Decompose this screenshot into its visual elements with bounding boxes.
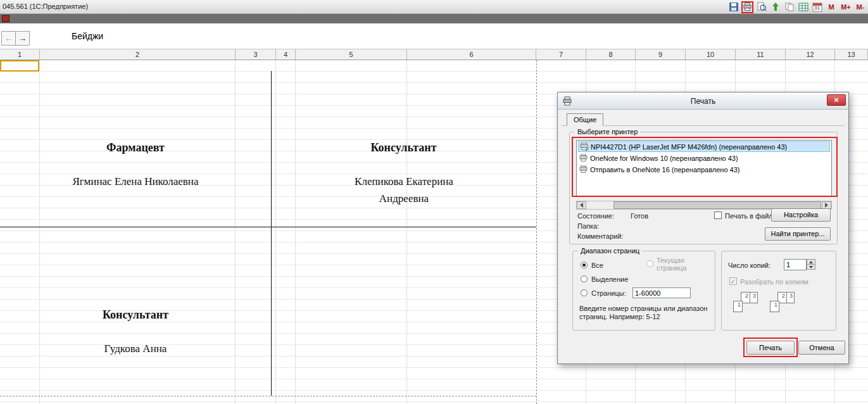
badge-divider-horizontal	[0, 227, 536, 227]
dialog-title: Печать	[558, 97, 848, 106]
print-button[interactable]: Печать	[746, 341, 795, 355]
sheet-tab-label: Бейджи	[72, 31, 103, 41]
column-header[interactable]: 7	[536, 49, 586, 60]
printer-name: NPI4427D1 (HP LaserJet MFP M426fdn) (пер…	[591, 143, 787, 151]
printer-group: Выберите принтер ✓ NPI4427D1 (HP LaserJe…	[569, 132, 838, 244]
memory-plus-button[interactable]: М+	[840, 3, 852, 11]
window-title: 045.561 (1С:Предприятие)	[3, 3, 88, 10]
save-icon[interactable]	[727, 1, 739, 13]
print-to-file-checkbox[interactable]	[714, 211, 722, 219]
selected-cell[interactable]	[0, 60, 39, 72]
range-pages-label: Страницы:	[591, 289, 626, 297]
badge-name: Ягминас Елена Николаевна	[0, 173, 271, 190]
printer-list-item[interactable]: Отправить в OneNote 16 (перенаправлено 4…	[578, 164, 830, 175]
cancel-button[interactable]: Отмена	[798, 341, 845, 355]
folder-label: Папка:	[577, 222, 599, 230]
collate-checkbox[interactable]: ✓	[729, 277, 737, 285]
column-header[interactable]: 4	[276, 49, 296, 60]
pages-range-input[interactable]	[632, 287, 691, 298]
window-title-bar: 045.561 (1С:Предприятие) 31	[0, 0, 868, 14]
printer-icon: ✓	[580, 142, 588, 151]
document-icon	[2, 15, 9, 22]
print-icon[interactable]	[741, 1, 753, 13]
collate-page: 1	[733, 301, 743, 312]
printer-list[interactable]: ✓ NPI4427D1 (HP LaserJet MFP M426fdn) (п…	[576, 140, 832, 197]
main-toolbar: 31 М М+ М-	[727, 1, 867, 13]
tab-divider	[562, 125, 845, 126]
column-header-row: 1 2 3 4 5 6 7 8 9 10 11 12 13	[0, 49, 868, 60]
range-help-text: Введите номер страницы или диапазон стра…	[579, 305, 711, 321]
status-label: Состояние:	[577, 212, 614, 220]
stepper-down-icon[interactable]	[807, 264, 815, 270]
status-value: Готов	[631, 212, 648, 220]
range-current-line2: страница	[657, 264, 686, 272]
column-header[interactable]: 10	[686, 49, 736, 60]
column-header[interactable]: 3	[236, 49, 276, 60]
export-icon[interactable]	[769, 1, 781, 13]
page-break-horizontal	[0, 396, 536, 396]
dialog-title-bar[interactable]: Печать ×	[558, 92, 848, 110]
copies-stepper[interactable]	[807, 259, 815, 270]
forward-arrow-button[interactable]: →	[15, 31, 30, 46]
print-to-file-label: Печать в файл	[725, 212, 773, 220]
range-all-label: Все	[591, 262, 603, 269]
column-header[interactable]: 9	[636, 49, 686, 60]
calendar-day-label: 31	[811, 5, 823, 11]
page-range-group-label: Диапазон страниц	[578, 247, 642, 255]
find-printer-button[interactable]: Найти принтер...	[765, 227, 831, 241]
page-break-vertical	[536, 60, 537, 404]
collate-page: 1	[770, 301, 779, 312]
memory-minus-button[interactable]: М-	[854, 3, 867, 11]
calendar-icon[interactable]: 31	[811, 1, 823, 13]
printer-list-item[interactable]: ✓ NPI4427D1 (HP LaserJet MFP M426fdn) (п…	[578, 141, 830, 152]
back-arrow-button[interactable]: ←	[1, 31, 16, 46]
close-icon[interactable]: ×	[827, 94, 846, 106]
table-icon[interactable]	[797, 1, 809, 13]
default-printer-check-icon: ✓	[585, 146, 590, 153]
range-selection-radio[interactable]	[581, 275, 588, 282]
collate-preview-icon: 3 2 1	[733, 292, 762, 317]
secondary-bar	[0, 14, 868, 23]
copies-label: Число копий:	[728, 262, 771, 269]
column-header[interactable]: 8	[586, 49, 636, 60]
grid-line	[406, 60, 407, 404]
copy-icon[interactable]	[783, 1, 795, 13]
scroll-left-button[interactable]	[577, 201, 586, 209]
printer-name: OneNote for Windows 10 (перенаправлено 4…	[590, 155, 738, 162]
range-current-line1: Текущая	[657, 256, 684, 264]
range-selection-label: Выделение	[591, 275, 628, 283]
tab-general[interactable]: Общие	[567, 113, 603, 126]
comment-label: Комментарий:	[577, 232, 623, 240]
range-pages-radio[interactable]	[581, 289, 588, 296]
grid-line	[295, 60, 296, 404]
copies-input[interactable]	[784, 259, 807, 270]
badge-name: Клепикова Екатерина Андреевна	[331, 173, 477, 207]
column-header[interactable]: 1	[0, 49, 40, 60]
column-header[interactable]: 6	[407, 49, 536, 60]
collate-preview-icon: 3 2 1	[770, 292, 799, 317]
badge-title: Фармацевт	[0, 141, 271, 155]
column-header[interactable]: 5	[296, 49, 407, 60]
copies-group: Число копий: ✓ Разобрать по копиям 3 2 1…	[721, 251, 836, 331]
preferences-button[interactable]: Настройка	[771, 208, 831, 222]
printer-group-label: Выберите принтер	[575, 128, 640, 136]
badge-title: Консультант	[271, 141, 536, 155]
print-preview-icon[interactable]	[755, 1, 767, 13]
page-range-group: Диапазон страниц Все Текущая страница Вы…	[572, 251, 715, 331]
printer-name: Отправить в OneNote 16 (перенаправлено 4…	[590, 166, 740, 174]
print-dialog: Печать × Общие Выберите принтер ✓ NPI442…	[557, 92, 849, 364]
range-all-radio[interactable]	[581, 262, 588, 268]
column-header[interactable]: 12	[786, 49, 835, 60]
printer-icon	[579, 165, 588, 174]
application-window: 045.561 (1С:Предприятие) 31	[0, 0, 868, 404]
column-header[interactable]: 11	[736, 49, 786, 60]
printer-icon	[579, 154, 588, 163]
range-current-page-radio[interactable]	[646, 260, 653, 267]
column-header[interactable]: 13	[835, 49, 868, 60]
printer-list-item[interactable]: OneNote for Windows 10 (перенаправлено 4…	[578, 153, 830, 163]
badge-name: Гудкова Анна	[0, 340, 271, 357]
column-header[interactable]: 2	[40, 49, 236, 60]
badge-title: Консультант	[0, 308, 271, 322]
navigation-bar: ← → Бейджи	[0, 23, 868, 49]
memory-recall-button[interactable]: М	[825, 3, 838, 11]
